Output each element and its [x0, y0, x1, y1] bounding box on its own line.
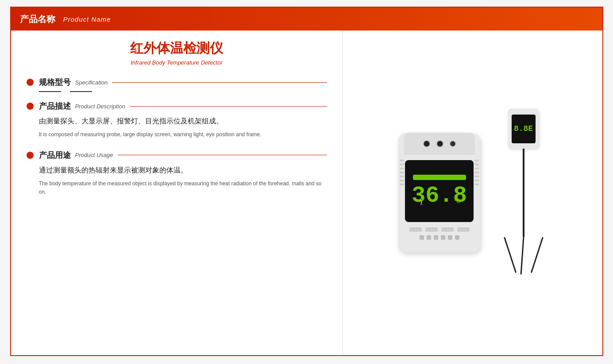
- rib: [400, 160, 404, 161]
- tripod-head: 8.8E: [508, 109, 539, 149]
- rib: [400, 176, 404, 177]
- section-desc-body-zh: 由测量探头、大显示屏、报警灯、目光指示位及机架组成。: [39, 115, 327, 128]
- rib: [474, 172, 479, 173]
- sensor-dot-3: [450, 141, 455, 146]
- section-usage-line: [118, 155, 327, 155]
- right-panel: 🚶 36.8 ℃: [343, 31, 602, 355]
- bullet-spec: [27, 79, 34, 86]
- rib: [400, 164, 404, 165]
- spec-underline-2: [70, 91, 92, 92]
- device-dot-1: [420, 235, 424, 240]
- section-usage-header: 产品用途 Product Usage: [27, 150, 327, 161]
- section-usage-en: Product Usage: [75, 152, 113, 158]
- section-spec-zh: 规格型号: [39, 77, 71, 88]
- device-btn-2: [425, 227, 438, 232]
- device-btn-3: [441, 227, 454, 232]
- rib: [474, 176, 479, 177]
- tripod-screen: 8.8E: [512, 115, 536, 143]
- tripod-device: 8.8E: [497, 109, 550, 277]
- rib: [474, 164, 479, 165]
- section-desc-en: Product Description: [75, 103, 125, 110]
- rib: [474, 168, 479, 169]
- celsius-symbol: ℃: [454, 198, 461, 204]
- device-buttons: [409, 227, 470, 232]
- rib: [474, 180, 479, 181]
- section-desc-body-en: It is composed of measuring probe, large…: [39, 130, 327, 139]
- section-desc-header: 产品描述 Product Description: [27, 101, 327, 111]
- product-card: 产品名称 Product Name 红外体温检测仪 Infrared Body …: [10, 7, 603, 356]
- device-dot-4: [441, 235, 445, 240]
- device-dot-6: [455, 235, 459, 240]
- screen-green-bar: [413, 175, 466, 180]
- device-screen: 🚶 36.8 ℃: [405, 160, 474, 222]
- device-body: 🚶 36.8 ℃: [398, 133, 480, 253]
- header-title-en: Product Name: [63, 15, 111, 23]
- sensor-dot-2: [437, 141, 443, 147]
- rib: [400, 184, 404, 185]
- header-title-zh: 产品名称: [20, 13, 55, 25]
- spec-underlines: [39, 91, 327, 92]
- tripod-stand: [523, 149, 524, 237]
- person-icon: 🚶: [418, 199, 425, 206]
- section-usage-body: 通过测量额头的热辐射来显示被测对象的体温。 The body temperatu…: [39, 164, 327, 196]
- device-ribs-left: [398, 160, 405, 185]
- tripod-leg-left: [504, 237, 517, 273]
- device-top-sensors: [404, 133, 475, 155]
- rib: [474, 184, 479, 185]
- bullet-desc: [27, 103, 34, 110]
- header-bar: 产品名称 Product Name: [11, 8, 602, 31]
- spec-underline-1: [39, 91, 61, 92]
- section-usage-body-en: The body temperature of the measured obj…: [39, 180, 327, 196]
- main-device: 🚶 36.8 ℃: [395, 133, 484, 253]
- main-content: 红外体温检测仪 Infrared Body Temperature Detect…: [11, 31, 602, 355]
- rib: [400, 168, 404, 169]
- product-title-en: Infrared Body Temperature Detector: [27, 59, 327, 66]
- section-usage-zh: 产品用途: [39, 150, 71, 161]
- section-spec-header: 规格型号 Specification: [27, 77, 327, 88]
- section-desc-body: 由测量探头、大显示屏、报警灯、目光指示位及机架组成。 It is compose…: [39, 115, 327, 139]
- device-btn-4: [457, 227, 470, 232]
- section-spec-line: [112, 82, 327, 83]
- device-dot-5: [448, 235, 452, 240]
- device-bottom-dots: [420, 235, 459, 240]
- left-panel: 红外体温检测仪 Infrared Body Temperature Detect…: [11, 31, 343, 355]
- section-desc-line: [130, 106, 327, 107]
- sensor-dot-1: [424, 141, 430, 147]
- section-desc-zh: 产品描述: [39, 101, 71, 111]
- tripod-leg-right: [530, 237, 543, 273]
- tripod-legs: [497, 237, 550, 277]
- device-ribs-right: [474, 160, 480, 185]
- bullet-usage: [27, 152, 34, 159]
- device-dot-3: [434, 235, 438, 240]
- device-dot-2: [427, 235, 431, 240]
- rib: [400, 180, 404, 181]
- rib: [474, 160, 479, 161]
- rib: [400, 172, 404, 173]
- product-title-zh: 红外体温检测仪: [27, 39, 327, 57]
- tripod-leg-mid: [520, 237, 524, 275]
- section-usage-body-zh: 通过测量额头的热辐射来显示被测对象的体温。: [39, 164, 327, 177]
- device-btn-1: [409, 227, 422, 232]
- section-spec-en: Specification: [75, 79, 108, 86]
